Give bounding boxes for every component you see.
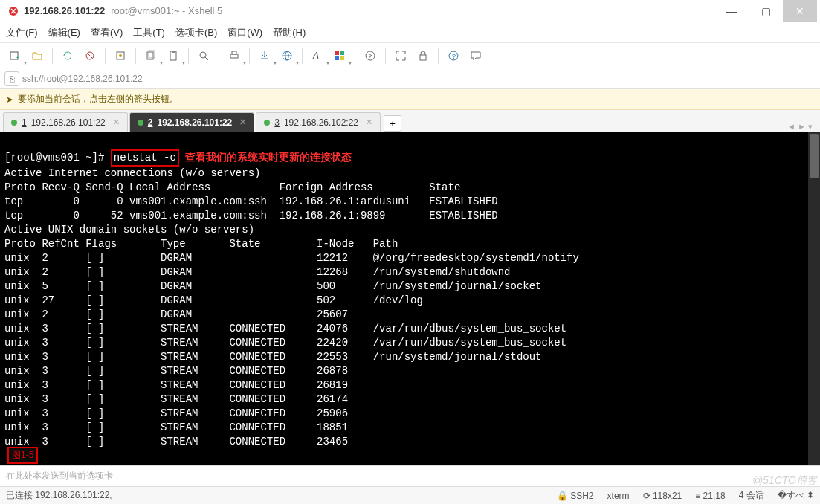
svg-rect-11: [230, 54, 238, 58]
terminal-line: unix 2 [ ] DGRAM 12268 /run/systemd/shut…: [4, 266, 511, 278]
addressbar-go-icon[interactable]: ⎘: [4, 71, 19, 86]
terminal[interactable]: [root@vms001 ~]# netstat -c 查看我们的系统实时更新的…: [0, 132, 820, 465]
window-title-sub: root@vms001:~ - Xshell 5: [111, 5, 222, 16]
minimize-button[interactable]: —: [714, 0, 749, 22]
arrow-icon[interactable]: ➤: [6, 94, 13, 105]
app-icon: [7, 5, 19, 17]
menu-file[interactable]: 文件(F): [6, 26, 38, 39]
disconnect-button[interactable]: [80, 45, 100, 66]
separator: [385, 48, 386, 64]
session-tab-3[interactable]: 3 192.168.26.102:22 ✕: [256, 112, 381, 132]
tab-number: 2: [148, 117, 153, 128]
separator: [302, 48, 303, 64]
tab-nav-icon[interactable]: ◄ ► ▾: [787, 122, 813, 132]
menu-tabs[interactable]: 选项卡(B): [175, 26, 217, 39]
reconnect-button[interactable]: [57, 45, 78, 66]
status-term: xterm: [607, 491, 630, 501]
menubar: 文件(F) 编辑(E) 查看(V) 工具(T) 选项卡(B) 窗口(W) 帮助(…: [0, 22, 820, 43]
svg-rect-20: [420, 55, 426, 60]
tab-label: 192.168.26.102:22: [284, 117, 358, 128]
close-tab-icon[interactable]: ✕: [366, 117, 372, 127]
font-button[interactable]: A: [307, 45, 328, 66]
find-button[interactable]: [193, 45, 214, 66]
fullscreen-button[interactable]: [390, 45, 411, 66]
tab-label: 192.168.26.101:22: [31, 117, 106, 128]
addressbar: ⎘ ssh://root@192.168.26.101:22: [0, 68, 820, 89]
status-protocol: 🔒 SSH2: [557, 491, 594, 501]
close-tab-icon[interactable]: ✕: [239, 117, 246, 127]
svg-text:+: +: [16, 54, 19, 62]
menu-window[interactable]: 窗口(W): [227, 26, 262, 39]
window-title-main: 192.168.26.101:22: [24, 5, 105, 16]
separator: [249, 48, 250, 64]
paste-button[interactable]: [163, 45, 184, 66]
terminal-line: unix 3 [ ] STREAM CONNECTED 24076 /var/r…: [4, 323, 566, 335]
separator: [135, 48, 136, 64]
status-sessions: 4 会话: [739, 489, 764, 502]
copy-button[interactable]: [141, 45, 161, 66]
terminal-line: unix 3 [ ] STREAM CONNECTED 25906: [4, 407, 373, 419]
titlebar: 192.168.26.101:22 root@vms001:~ - Xshell…: [0, 0, 820, 22]
maximize-button[interactable]: ▢: [749, 0, 783, 22]
status-dot-icon: [11, 120, 17, 126]
print-button[interactable]: [224, 45, 245, 66]
send-input-bar[interactable]: 在此处本发送到当前选项卡: [0, 465, 820, 486]
svg-point-5: [119, 54, 122, 57]
terminal-line: Active UNIX domain sockets (w/o servers): [4, 224, 254, 236]
svg-rect-15: [335, 51, 339, 55]
terminal-line: unix 27 [ ] DGRAM 502 /dev/log: [4, 294, 423, 306]
terminal-line: Active Internet connections (w/o servers…: [4, 167, 260, 179]
color-button[interactable]: [329, 45, 350, 66]
session-tab-2[interactable]: 2 192.168.26.101:22 ✕: [129, 112, 254, 132]
terminal-line: unix 3 [ ] STREAM CONNECTED 18851: [4, 421, 373, 433]
terminal-line: unix 3 [ ] STREAM CONNECTED 26878: [4, 365, 373, 377]
add-tab-button[interactable]: +: [384, 115, 401, 132]
toolbar: + A ?: [0, 43, 820, 68]
statusbar: 已连接 192.168.26.101:22。 🔒 SSH2 xterm ⟳ 11…: [0, 486, 820, 504]
svg-text:A: A: [312, 51, 319, 61]
status-extra[interactable]: �すべ ⬍: [778, 489, 814, 502]
menu-edit[interactable]: 编辑(E): [48, 26, 80, 39]
menu-help[interactable]: 帮助(H): [273, 26, 306, 39]
scrollbar-thumb[interactable]: [810, 134, 819, 178]
close-button[interactable]: ✕: [783, 0, 817, 22]
status-connection: 已连接 192.168.26.101:22。: [6, 489, 118, 502]
separator: [438, 48, 439, 64]
terminal-line: unix 5 [ ] DGRAM 500 /run/systemd/journa…: [4, 280, 542, 292]
separator: [105, 48, 106, 64]
terminal-annotation: 查看我们的系统实时更新的连接状态: [185, 152, 352, 164]
open-button[interactable]: [27, 45, 48, 66]
addressbar-url[interactable]: ssh://root@192.168.26.101:22: [22, 74, 143, 84]
help-button[interactable]: ?: [443, 45, 464, 66]
terminal-prompt: [root@vms001 ~]#: [4, 152, 104, 164]
lock-button[interactable]: [413, 45, 433, 66]
close-tab-icon[interactable]: ✕: [113, 117, 120, 127]
menu-view[interactable]: 查看(V): [91, 26, 123, 39]
hintbar: ➤ 要添加当前会话，点击左侧的箭头按钮。: [0, 89, 820, 110]
terminal-line: unix 3 [ ] STREAM CONNECTED 26174: [4, 393, 373, 405]
terminal-line: unix 3 [ ] STREAM CONNECTED 22420 /var/r…: [4, 337, 566, 349]
terminal-line: Proto Recv-Q Send-Q Local Address Foreig…: [4, 181, 460, 193]
web-button[interactable]: [277, 45, 297, 66]
terminal-line: unix 3 [ ] STREAM CONNECTED 23465: [4, 436, 373, 448]
svg-rect-17: [335, 56, 339, 60]
script-button[interactable]: [360, 45, 381, 66]
status-dot-icon: [138, 120, 143, 126]
chat-button[interactable]: [465, 45, 486, 66]
tab-label: 192.168.26.101:22: [157, 117, 232, 128]
terminal-line: unix 2 [ ] DGRAM 25607: [4, 308, 373, 320]
send-input-placeholder: 在此处本发送到当前选项卡: [6, 470, 113, 482]
svg-rect-18: [340, 56, 344, 60]
tab-number: 3: [274, 117, 280, 128]
hint-text: 要添加当前会话，点击左侧的箭头按钮。: [18, 93, 178, 106]
session-tab-1[interactable]: 1 192.168.26.101:22 ✕: [3, 112, 128, 132]
figure-label: 图1-5: [7, 447, 38, 464]
transfer-button[interactable]: [254, 45, 275, 66]
properties-button[interactable]: [110, 45, 131, 66]
separator: [188, 48, 189, 64]
status-size: ⟳ 118x21: [643, 491, 682, 501]
terminal-scrollbar[interactable]: [808, 132, 820, 465]
new-session-button[interactable]: +: [4, 45, 25, 66]
svg-rect-12: [232, 51, 236, 54]
menu-tools[interactable]: 工具(T): [133, 26, 165, 39]
